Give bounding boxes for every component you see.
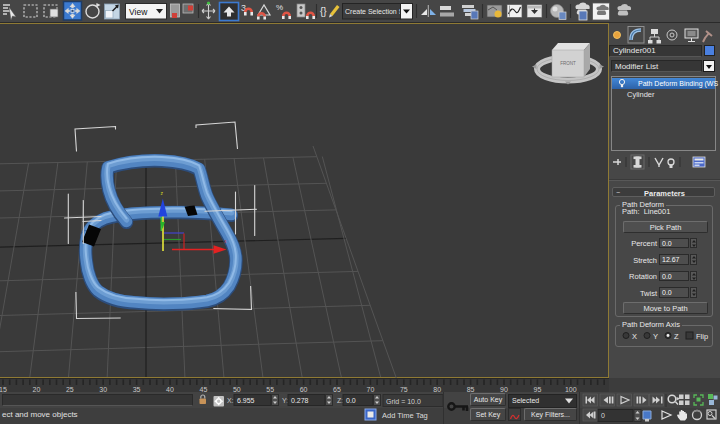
svg-text:Flip: Flip xyxy=(696,332,708,341)
svg-text:Y:: Y: xyxy=(282,397,288,404)
svg-text:z: z xyxy=(161,190,164,196)
svg-text:0.278: 0.278 xyxy=(291,397,309,404)
svg-text:Create Selection Se: Create Selection Se xyxy=(345,8,407,15)
svg-text:%: % xyxy=(276,3,283,12)
svg-text:0.0: 0.0 xyxy=(346,397,356,404)
svg-text:X: X xyxy=(632,332,637,341)
svg-text:Z:: Z: xyxy=(337,397,343,404)
svg-text:Y: Y xyxy=(653,332,658,341)
svg-text:Add Time Tag: Add Time Tag xyxy=(382,411,428,420)
svg-text:Z: Z xyxy=(674,332,679,341)
svg-text:View: View xyxy=(129,7,148,17)
svg-text:{}: {} xyxy=(320,6,327,17)
svg-text:0: 0 xyxy=(601,412,605,419)
svg-text:Grid = 10.0: Grid = 10.0 xyxy=(386,398,421,405)
svg-text:6.955: 6.955 xyxy=(237,397,255,404)
svg-text:FRONT: FRONT xyxy=(560,61,576,66)
svg-text:X:: X: xyxy=(227,397,234,404)
